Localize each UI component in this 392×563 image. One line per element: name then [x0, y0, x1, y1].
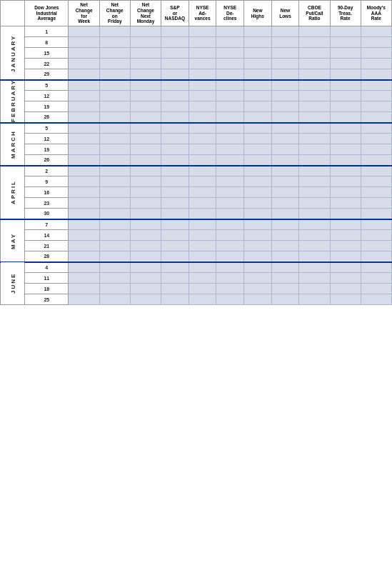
data-cell[interactable]	[244, 37, 272, 48]
data-cell[interactable]	[299, 48, 330, 59]
data-cell[interactable]	[216, 230, 244, 241]
data-cell[interactable]	[189, 80, 216, 91]
data-cell[interactable]	[271, 284, 299, 294]
data-cell[interactable]	[130, 26, 161, 37]
data-cell[interactable]	[330, 69, 361, 80]
data-cell[interactable]	[271, 112, 299, 123]
data-cell[interactable]	[189, 69, 216, 80]
data-cell[interactable]	[299, 123, 330, 134]
data-cell[interactable]	[189, 187, 216, 198]
data-cell[interactable]	[299, 209, 330, 219]
data-cell[interactable]	[69, 112, 99, 123]
data-cell[interactable]	[69, 134, 99, 144]
data-cell[interactable]	[271, 134, 299, 144]
data-cell[interactable]	[216, 155, 244, 166]
data-cell[interactable]	[330, 101, 361, 112]
data-cell[interactable]	[161, 241, 189, 251]
data-cell[interactable]	[161, 284, 189, 294]
data-cell[interactable]	[99, 144, 130, 155]
data-cell[interactable]	[271, 187, 299, 198]
data-cell[interactable]	[330, 209, 361, 219]
data-cell[interactable]	[330, 80, 361, 91]
data-cell[interactable]	[216, 144, 244, 155]
data-cell[interactable]	[244, 144, 272, 155]
data-cell[interactable]	[330, 198, 361, 209]
data-cell[interactable]	[99, 284, 130, 294]
data-cell[interactable]	[244, 134, 272, 144]
data-cell[interactable]	[330, 26, 361, 37]
data-cell[interactable]	[271, 91, 299, 101]
data-cell[interactable]	[161, 166, 189, 176]
data-cell[interactable]	[161, 273, 189, 284]
data-cell[interactable]	[330, 144, 361, 155]
data-cell[interactable]	[271, 48, 299, 59]
data-cell[interactable]	[99, 101, 130, 112]
data-cell[interactable]	[216, 91, 244, 101]
data-cell[interactable]	[244, 251, 272, 262]
data-cell[interactable]	[330, 230, 361, 241]
data-cell[interactable]	[69, 176, 99, 187]
data-cell[interactable]	[216, 219, 244, 230]
data-cell[interactable]	[271, 230, 299, 241]
data-cell[interactable]	[99, 37, 130, 48]
data-cell[interactable]	[216, 187, 244, 198]
data-cell[interactable]	[271, 241, 299, 251]
data-cell[interactable]	[244, 230, 272, 241]
data-cell[interactable]	[244, 262, 272, 273]
data-cell[interactable]	[361, 80, 391, 91]
data-cell[interactable]	[216, 176, 244, 187]
data-cell[interactable]	[271, 69, 299, 80]
data-cell[interactable]	[99, 219, 130, 230]
data-cell[interactable]	[161, 251, 189, 262]
data-cell[interactable]	[299, 91, 330, 101]
data-cell[interactable]	[130, 155, 161, 166]
data-cell[interactable]	[99, 155, 130, 166]
data-cell[interactable]	[299, 284, 330, 294]
data-cell[interactable]	[189, 112, 216, 123]
data-cell[interactable]	[69, 241, 99, 251]
data-cell[interactable]	[361, 230, 391, 241]
data-cell[interactable]	[244, 273, 272, 284]
data-cell[interactable]	[244, 101, 272, 112]
data-cell[interactable]	[244, 187, 272, 198]
data-cell[interactable]	[271, 251, 299, 262]
data-cell[interactable]	[189, 241, 216, 251]
data-cell[interactable]	[299, 80, 330, 91]
data-cell[interactable]	[69, 26, 99, 37]
data-cell[interactable]	[99, 26, 130, 37]
data-cell[interactable]	[361, 112, 391, 123]
data-cell[interactable]	[130, 69, 161, 80]
data-cell[interactable]	[69, 187, 99, 198]
data-cell[interactable]	[69, 37, 99, 48]
data-cell[interactable]	[69, 209, 99, 219]
data-cell[interactable]	[189, 284, 216, 294]
data-cell[interactable]	[330, 284, 361, 294]
data-cell[interactable]	[130, 219, 161, 230]
data-cell[interactable]	[189, 251, 216, 262]
data-cell[interactable]	[330, 37, 361, 48]
data-cell[interactable]	[161, 48, 189, 59]
data-cell[interactable]	[244, 59, 272, 69]
data-cell[interactable]	[189, 37, 216, 48]
data-cell[interactable]	[361, 26, 391, 37]
data-cell[interactable]	[161, 176, 189, 187]
data-cell[interactable]	[216, 26, 244, 37]
data-cell[interactable]	[271, 273, 299, 284]
data-cell[interactable]	[130, 198, 161, 209]
data-cell[interactable]	[271, 59, 299, 69]
data-cell[interactable]	[244, 294, 272, 305]
data-cell[interactable]	[69, 144, 99, 155]
data-cell[interactable]	[189, 166, 216, 176]
data-cell[interactable]	[216, 112, 244, 123]
data-cell[interactable]	[299, 166, 330, 176]
data-cell[interactable]	[330, 273, 361, 284]
data-cell[interactable]	[130, 144, 161, 155]
data-cell[interactable]	[99, 134, 130, 144]
data-cell[interactable]	[299, 69, 330, 80]
data-cell[interactable]	[361, 123, 391, 134]
data-cell[interactable]	[189, 101, 216, 112]
data-cell[interactable]	[361, 262, 391, 273]
data-cell[interactable]	[244, 48, 272, 59]
data-cell[interactable]	[299, 112, 330, 123]
data-cell[interactable]	[361, 294, 391, 305]
